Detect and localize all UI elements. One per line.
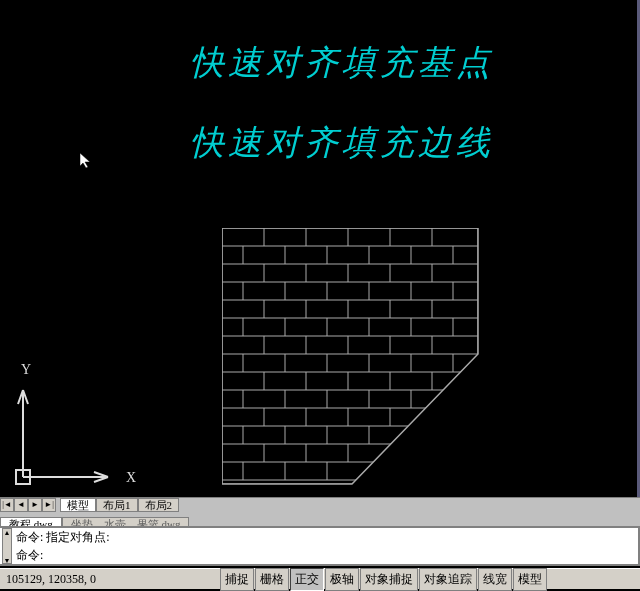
- scroll-down-icon[interactable]: ▼: [3, 557, 11, 565]
- hatch-pattern[interactable]: [222, 228, 482, 488]
- nav-first-button[interactable]: |◄: [0, 498, 14, 512]
- tab-model[interactable]: 模型: [60, 498, 96, 512]
- command-panel: ▲ ▼ 命令: 指定对角点: 命令:: [0, 526, 640, 566]
- ucs-y-label: Y: [21, 362, 31, 377]
- status-snap-button[interactable]: 捕捉: [220, 568, 254, 591]
- cursor-arrow-icon: [80, 153, 96, 169]
- tab-layout1[interactable]: 布局1: [96, 498, 138, 512]
- status-model-button[interactable]: 模型: [513, 568, 547, 591]
- drawing-canvas[interactable]: 快速对齐填充基点 快速对齐填充边线: [0, 0, 640, 497]
- status-grid-button[interactable]: 栅格: [255, 568, 289, 591]
- scroll-up-icon[interactable]: ▲: [3, 529, 11, 537]
- status-polar-button[interactable]: 极轴: [325, 568, 359, 591]
- status-osnap-button[interactable]: 对象捕捉: [360, 568, 418, 591]
- tab-layout2[interactable]: 布局2: [138, 498, 180, 512]
- nav-next-button[interactable]: ►: [28, 498, 42, 512]
- annotation-text-1: 快速对齐填充基点: [190, 40, 494, 86]
- command-input[interactable]: 命令:: [0, 546, 638, 564]
- status-ortho-button[interactable]: 正交: [290, 568, 324, 591]
- command-scrollbar[interactable]: ▲ ▼: [2, 528, 12, 564]
- nav-last-button[interactable]: ►|: [42, 498, 56, 512]
- annotation-text-2: 快速对齐填充边线: [190, 120, 494, 166]
- svg-rect-0: [222, 228, 478, 484]
- ucs-x-label: X: [126, 470, 136, 485]
- status-otrack-button[interactable]: 对象追踪: [419, 568, 477, 591]
- tabs-bar: |◄ ◄ ► ►| 模型 布局1 布局2 教程.dwg 坐垫、水壶、果篮.dwg: [0, 497, 640, 526]
- nav-prev-button[interactable]: ◄: [14, 498, 28, 512]
- status-bar: 105129, 120358, 0 捕捉 栅格 正交 极轴 对象捕捉 对象追踪 …: [0, 568, 640, 589]
- coordinates-display: 105129, 120358, 0: [0, 572, 220, 587]
- ucs-icon: Y X: [12, 360, 142, 490]
- status-lweight-button[interactable]: 线宽: [478, 568, 512, 591]
- command-history-line: 命令: 指定对角点:: [0, 528, 638, 546]
